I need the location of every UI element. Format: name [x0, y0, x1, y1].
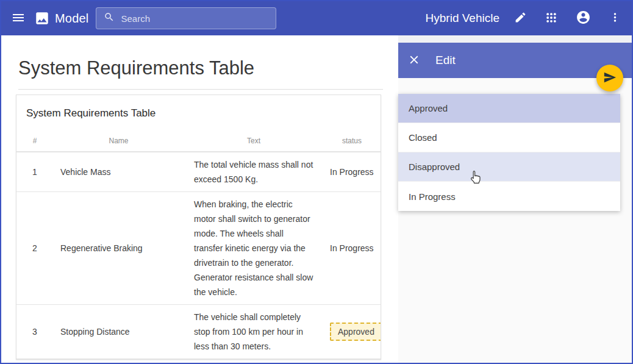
app-window: Model Hybrid Vehicle — [0, 0, 633, 364]
apps-grid-icon — [545, 12, 557, 26]
project-title: Hybrid Vehicle — [426, 12, 499, 25]
search-box[interactable] — [96, 7, 276, 29]
status-option-disapproved[interactable]: Disapproved — [398, 152, 620, 182]
status-options-list: Approved Closed Disapproved In Progress — [398, 94, 620, 211]
panel-gap — [398, 35, 632, 43]
status-option-approved[interactable]: Approved — [398, 94, 620, 123]
hamburger-icon — [11, 10, 26, 27]
status-chip[interactable]: Approved — [330, 323, 381, 341]
top-app-bar: Model Hybrid Vehicle — [1, 1, 632, 35]
column-header-text: Text — [184, 128, 323, 151]
hamburger-menu-button[interactable] — [11, 10, 26, 27]
column-header-num: # — [16, 128, 53, 151]
pencil-icon — [514, 11, 527, 26]
requirement-text: The vehicle shall completely stop from 1… — [184, 305, 323, 359]
requirement-status-editing[interactable]: Approved — [323, 318, 381, 346]
requirement-status: In Progress — [323, 160, 381, 184]
topbar-actions — [514, 10, 621, 27]
table-row[interactable]: 2 Regenerative Braking When braking, the… — [16, 191, 381, 304]
requirement-name: Stopping Distance — [53, 319, 184, 344]
requirement-text: The total vehicle mass shall not exceed … — [184, 152, 323, 191]
table-row[interactable]: 1 Vehicle Mass The total vehicle mass sh… — [16, 152, 381, 191]
kebab-menu-icon — [609, 12, 621, 25]
requirements-card: System Requirements Table # Name Text st… — [16, 95, 381, 360]
page-title: System Requirements Table — [18, 57, 383, 90]
row-number: 3 — [16, 319, 53, 344]
apps-grid-button[interactable] — [545, 12, 557, 26]
table-row[interactable]: 3 Stopping Distance The vehicle shall co… — [16, 304, 381, 359]
close-icon — [407, 53, 421, 68]
close-panel-button[interactable] — [407, 53, 421, 68]
edit-panel-title: Edit — [435, 54, 456, 67]
edit-project-button[interactable] — [514, 11, 527, 26]
edit-panel: Edit Approved Closed Disapproved In Prog… — [398, 35, 632, 363]
status-option-in-progress[interactable]: In Progress — [398, 182, 620, 211]
more-options-button[interactable] — [609, 12, 621, 25]
app-title: Model — [55, 12, 88, 26]
row-number: 2 — [16, 236, 53, 260]
card-title: System Requirements Table — [16, 95, 381, 128]
table-header-row: # Name Text status — [16, 128, 381, 152]
model-image-icon — [34, 10, 50, 26]
requirement-name: Regenerative Braking — [53, 236, 184, 260]
status-option-closed[interactable]: Closed — [398, 123, 620, 152]
search-input[interactable] — [121, 13, 268, 24]
column-header-status: status — [323, 128, 381, 151]
main-content: System Requirements Table System Require… — [1, 35, 398, 363]
submit-button[interactable] — [596, 65, 623, 91]
search-icon — [104, 12, 115, 25]
requirement-status: In Progress — [323, 236, 381, 260]
send-icon — [603, 71, 617, 86]
requirement-text: When braking, the electric motor shall s… — [184, 192, 323, 304]
account-button[interactable] — [576, 10, 591, 27]
row-number: 1 — [16, 160, 53, 184]
requirements-table: # Name Text status 1 Vehicle Mass The to… — [16, 128, 381, 359]
account-circle-icon — [576, 10, 591, 27]
requirement-name: Vehicle Mass — [53, 160, 184, 184]
column-header-name: Name — [53, 128, 184, 151]
